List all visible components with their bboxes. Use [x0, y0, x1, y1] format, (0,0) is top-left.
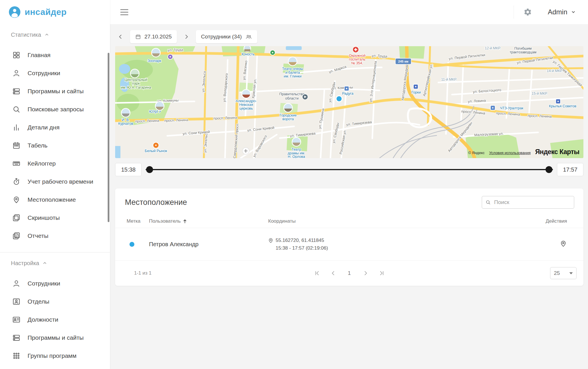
- poi-photo-drama-icon[interactable]: [292, 137, 301, 147]
- street-label: ул. Труда: [372, 54, 388, 59]
- slider-handle-start[interactable]: [146, 166, 153, 173]
- poi-label-kurchatov[interactable]: И. В.: [122, 118, 130, 122]
- yandex-maps-logo[interactable]: Яндекс Карты: [535, 148, 579, 156]
- poi-chip-chtz-icon[interactable]: [490, 105, 495, 110]
- sidebar-item-keylogger[interactable]: Кейлоггер: [0, 154, 110, 172]
- poi-chip-raduga-icon[interactable]: [344, 86, 349, 91]
- map[interactable]: ул. Труда ул. Труда ул. Первой Пятилетки…: [115, 46, 583, 158]
- first-page-button[interactable]: [313, 269, 322, 278]
- sidebar-item-sotrudniki[interactable]: Сотрудники: [0, 64, 110, 82]
- sidebar-item-gruppy-programm[interactable]: Группы программ: [0, 347, 110, 365]
- slider-track[interactable]: [146, 163, 553, 176]
- sidebar-item-otdely[interactable]: Отделы: [0, 292, 110, 310]
- brand-logo[interactable]: инсайдер: [0, 0, 110, 24]
- poi-label: Правительство: [279, 92, 305, 96]
- poi-label-church[interactable]: Александро-: [236, 99, 257, 103]
- poi-chip-krylya-icon[interactable]: [556, 99, 561, 104]
- sidebar-item-programmy-settings[interactable]: Программы и сайты: [0, 329, 110, 347]
- next-page-button[interactable]: [361, 269, 370, 278]
- poi-label-raduga[interactable]: Радуга: [342, 92, 353, 96]
- prev-page-button[interactable]: [329, 269, 338, 278]
- poi-label-bely-rynok[interactable]: Белый Рынок: [145, 149, 167, 153]
- section-settings[interactable]: Настройка: [0, 257, 110, 269]
- table-row[interactable]: Петров Александр 55.162720, 61.411845 15…: [115, 228, 583, 261]
- chevron-down-icon: [571, 9, 576, 15]
- sidebar-item-poiskovye[interactable]: Поисковые запросы: [0, 100, 110, 118]
- poi-photo-vorota-icon[interactable]: [283, 103, 293, 112]
- poi-label-krylya[interactable]: Крылья Советов: [549, 104, 577, 108]
- show-on-map-button[interactable]: [560, 240, 567, 247]
- poi-photo-park-icon[interactable]: [130, 69, 140, 78]
- page-size-value: 25: [554, 270, 560, 276]
- poi-label-opera[interactable]: и балета: [285, 71, 300, 75]
- chevron-up-icon: [42, 261, 47, 265]
- map-plus-control-icon[interactable]: [242, 147, 249, 154]
- sidebar-item-glavnaya[interactable]: Главная: [0, 46, 110, 64]
- employee-location-marker[interactable]: [336, 96, 342, 102]
- date-picker-button[interactable]: 27.10.2025: [130, 30, 177, 43]
- poi-label-chtz[interactable]: ЧТЗ-Уралтрак: [500, 106, 524, 110]
- poi-label-church[interactable]: Невская: [239, 103, 253, 107]
- sidebar-item-tabel[interactable]: Табель: [0, 136, 110, 154]
- sidebar-item-otchety[interactable]: Отчеты: [0, 227, 110, 245]
- sidebar-item-programmy[interactable]: Программы и сайты: [0, 82, 110, 100]
- street-label: ул. Труда: [168, 48, 183, 52]
- sidebar-item-skrinshoty[interactable]: Скриншоты: [0, 209, 110, 227]
- poi-label-gorki[interactable]: Горки: [411, 90, 421, 94]
- poi-photo-church-icon[interactable]: [241, 89, 251, 99]
- user-menu[interactable]: Admin: [541, 8, 588, 16]
- poi-label-vorota[interactable]: Городские: [280, 113, 297, 117]
- poi-photo-yunost-icon[interactable]: [243, 46, 251, 52]
- poi-panorama-icon[interactable]: [302, 94, 308, 100]
- app-root: инсайдер Статистика Главная Сотрудники П…: [0, 0, 588, 369]
- map-canvas[interactable]: ул. Труда ул. Труда ул. Первой Пятилетки…: [115, 46, 583, 158]
- map-terms-link[interactable]: Условия использования: [489, 151, 531, 155]
- poi-label-vorota[interactable]: ворота: [283, 117, 294, 121]
- page-size-select[interactable]: 25: [550, 267, 577, 279]
- poi-photo-kurchatov-icon[interactable]: [121, 108, 130, 117]
- district-label: 12-й МКР.: [485, 46, 501, 50]
- col-user[interactable]: Пользователь: [149, 218, 268, 224]
- table-header: Метка Пользователь Координаты Действия: [115, 214, 583, 228]
- poi-label-drama[interactable]: Театр: [292, 147, 301, 152]
- sidebar-item-detali-dnya[interactable]: Детали дня: [0, 118, 110, 136]
- slider-handle-end[interactable]: [546, 166, 552, 173]
- sidebar-item-mestopolozhenie[interactable]: Местоположение: [0, 191, 110, 209]
- poi-hospital-icon[interactable]: [352, 46, 359, 53]
- poi-label-kurchatov[interactable]: Курчатов: [118, 122, 134, 126]
- poi-label-yunost[interactable]: Юность: [242, 52, 255, 56]
- poi-transit-purple-icon[interactable]: [167, 54, 173, 60]
- section-statistics[interactable]: Статистика: [0, 29, 110, 41]
- poi-label-opera[interactable]: им. Глинки: [284, 74, 301, 78]
- row-marker: [127, 242, 149, 247]
- poi-label-zoo[interactable]: Зоопарк: [148, 59, 161, 63]
- poi-transit-green-icon[interactable]: [270, 50, 276, 56]
- distance-badge-label: 245 км: [398, 60, 409, 63]
- sidebar-item-dolzhnosti[interactable]: Должности: [0, 310, 110, 329]
- hamburger-menu-button[interactable]: [119, 7, 130, 17]
- search-input[interactable]: [494, 199, 570, 206]
- poi-label-church[interactable]: церковь: [239, 106, 253, 110]
- employees-filter-button[interactable]: Сотрудники (34): [196, 30, 257, 43]
- poi-label-drama[interactable]: Н. Орлова: [288, 155, 305, 158]
- poi-market-icon[interactable]: [153, 142, 159, 148]
- row-user: Петров Александр: [149, 241, 268, 248]
- poi-chip-gorki-icon[interactable]: [413, 84, 418, 89]
- last-page-button[interactable]: [377, 269, 386, 278]
- col-coordinates: Координаты: [268, 218, 530, 224]
- poi-photo-zoo-icon[interactable]: [151, 48, 161, 57]
- sidebar-divider: [0, 252, 110, 253]
- sidebar-scrollbar[interactable]: [108, 53, 109, 222]
- sidebar-item-uchet-vremeni[interactable]: Учет рабочего времени: [0, 172, 110, 191]
- poi-label-opera[interactable]: Театр оперы: [282, 67, 303, 71]
- topbar: Admin: [110, 0, 588, 24]
- current-page[interactable]: 1: [345, 270, 354, 276]
- poi-photo-yurgu-icon[interactable]: [155, 101, 165, 111]
- prev-day-button[interactable]: [115, 31, 126, 42]
- settings-gear-button[interactable]: [514, 8, 541, 16]
- sidebar-item-sotrudniki-settings[interactable]: Сотрудники: [0, 274, 110, 292]
- poi-photo-opera-icon[interactable]: [288, 57, 297, 66]
- next-day-button[interactable]: [181, 31, 192, 42]
- bar-chart-icon: [12, 123, 21, 132]
- sidebar-item-label: Главная: [28, 52, 51, 59]
